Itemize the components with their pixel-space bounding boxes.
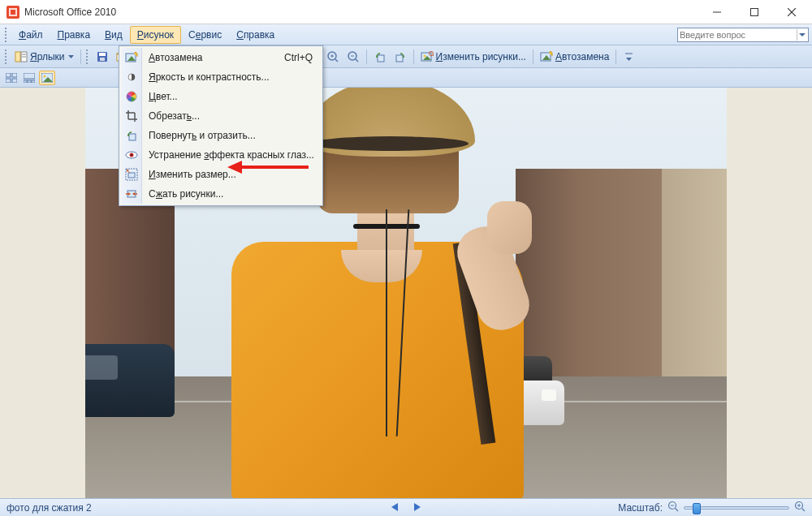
svg-point-47 <box>423 54 425 57</box>
menu-item-redeye[interactable]: Устранение эффекта красных глаз... <box>121 145 321 165</box>
rotate-right-icon <box>394 50 407 63</box>
menubar: Файл Правка Вид Рисунок Сервис Справка <box>0 24 812 45</box>
svg-rect-55 <box>6 73 11 77</box>
svg-point-78 <box>131 154 132 156</box>
filmstrip-view-button[interactable] <box>21 71 37 85</box>
close-button[interactable] <box>773 0 810 24</box>
zoom-slider[interactable] <box>684 506 789 510</box>
svg-rect-44 <box>396 55 403 62</box>
svg-rect-80 <box>128 173 135 178</box>
menu-item-brightness[interactable]: Яркость и контрастность... <box>121 67 321 87</box>
shortcuts-button[interactable]: Ярлыки <box>11 48 77 66</box>
autocorrect-button[interactable]: Автозамена <box>537 48 612 66</box>
status-filename: фото для сжатия 2 <box>6 502 92 514</box>
svg-rect-56 <box>12 73 17 77</box>
menu-item-resize[interactable]: Изменить размер... <box>121 165 321 184</box>
zoom-in-status-button[interactable] <box>794 501 806 514</box>
shortcuts-icon <box>15 50 28 63</box>
svg-rect-57 <box>6 79 11 83</box>
svg-rect-15 <box>100 58 105 61</box>
single-view-icon <box>41 73 53 83</box>
rotate-right-button[interactable] <box>391 48 410 66</box>
rotate-icon <box>125 129 138 142</box>
autocorrect-icon <box>540 50 553 63</box>
svg-rect-62 <box>32 80 35 83</box>
menu-picture[interactable]: Рисунок <box>130 26 181 44</box>
toolbar-grip-2[interactable] <box>86 49 89 64</box>
svg-marker-12 <box>68 55 74 58</box>
zoom-out-icon <box>347 50 360 63</box>
svg-rect-4 <box>751 8 758 15</box>
svg-rect-60 <box>24 80 27 83</box>
svg-line-93 <box>676 509 679 512</box>
svg-line-50 <box>433 55 434 56</box>
next-image-button[interactable] <box>414 502 421 514</box>
svg-rect-8 <box>15 52 20 62</box>
menu-item-color[interactable]: Цвет... <box>121 87 321 106</box>
menubar-grip[interactable] <box>5 28 8 42</box>
resize-icon <box>125 168 138 181</box>
edit-pictures-button[interactable]: Изменить рисунки... <box>417 48 529 66</box>
help-search-box[interactable] <box>677 28 809 42</box>
brightness-icon <box>125 71 138 84</box>
single-view-button[interactable] <box>39 71 55 85</box>
menu-view[interactable]: Вид <box>97 26 130 44</box>
save-icon <box>96 50 109 63</box>
svg-rect-59 <box>24 73 35 79</box>
maximize-button[interactable] <box>736 0 773 24</box>
svg-line-36 <box>335 59 338 62</box>
thumbnail-view-icon <box>6 73 17 83</box>
menu-item-compress[interactable]: Сжать рисунки... <box>121 184 321 204</box>
menu-item-autocorrect[interactable]: Автозамена Ctrl+Q <box>121 48 321 67</box>
titlebar: Microsoft Office 2010 <box>0 0 812 24</box>
svg-rect-61 <box>28 80 31 83</box>
svg-rect-74 <box>129 134 136 140</box>
zoom-in-icon <box>326 50 339 63</box>
filmstrip-view-icon <box>24 73 35 83</box>
svg-rect-58 <box>12 79 17 83</box>
prev-image-button[interactable] <box>391 502 398 514</box>
menu-file[interactable]: Файл <box>11 26 50 44</box>
redeye-icon <box>125 148 138 161</box>
svg-rect-42 <box>378 55 384 62</box>
svg-marker-91 <box>414 503 421 511</box>
svg-marker-54 <box>626 58 632 61</box>
statusbar: фото для сжатия 2 Масштаб: <box>0 498 812 516</box>
toolbar-grip-1[interactable] <box>5 49 8 64</box>
rotate-left-button[interactable] <box>370 48 390 66</box>
zoom-out-status-button[interactable] <box>667 501 679 514</box>
thumbnail-view-button[interactable] <box>3 71 19 85</box>
compress-icon <box>125 187 138 200</box>
svg-point-64 <box>44 75 46 77</box>
svg-line-40 <box>356 59 358 62</box>
svg-line-96 <box>802 509 806 512</box>
menu-tools[interactable]: Сервис <box>181 26 229 44</box>
color-icon <box>125 90 138 103</box>
svg-rect-14 <box>99 53 106 56</box>
zoom-label: Масштаб: <box>618 502 663 514</box>
svg-marker-90 <box>391 503 398 511</box>
help-search-input[interactable] <box>680 30 795 40</box>
autocorrect-icon <box>125 51 138 64</box>
window-title: Microsoft Office 2010 <box>24 6 698 18</box>
minimize-button[interactable] <box>698 0 736 24</box>
toolbar-overflow[interactable] <box>620 48 637 66</box>
edit-pictures-icon <box>421 50 434 63</box>
svg-marker-7 <box>799 33 806 37</box>
zoom-in-button[interactable] <box>323 48 343 66</box>
rotate-left-icon <box>374 50 387 63</box>
menu-help[interactable]: Справка <box>229 26 282 44</box>
menu-edit[interactable]: Правка <box>50 26 98 44</box>
menu-item-crop[interactable]: Обрезать... <box>121 106 321 126</box>
crop-icon <box>125 110 138 123</box>
help-search-dropdown[interactable] <box>797 29 806 41</box>
zoom-slider-thumb[interactable] <box>693 503 701 514</box>
zoom-out-button[interactable] <box>343 48 363 66</box>
menu-item-rotate[interactable]: Повернуть и отразить... <box>121 126 321 145</box>
save-button[interactable] <box>93 48 112 66</box>
svg-rect-2 <box>11 10 15 15</box>
picture-menu-dropdown: Автозамена Ctrl+Q Яркость и контрастност… <box>119 45 323 206</box>
app-icon <box>6 6 19 19</box>
